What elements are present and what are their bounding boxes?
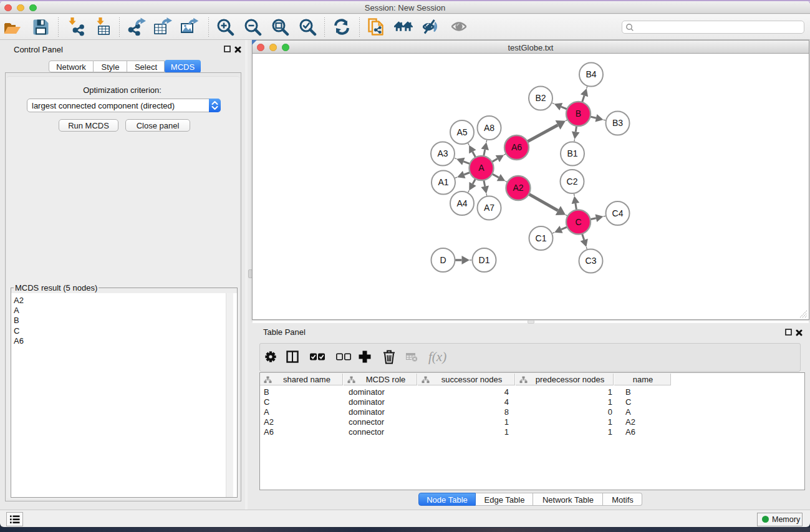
svg-text:B3: B3 bbox=[612, 118, 623, 128]
svg-text:C4: C4 bbox=[612, 208, 624, 218]
svg-text:A4: A4 bbox=[456, 198, 467, 208]
svg-text:A2: A2 bbox=[513, 183, 523, 193]
svg-text:A5: A5 bbox=[456, 127, 467, 137]
svg-text:D1: D1 bbox=[479, 255, 490, 265]
svg-text:C2: C2 bbox=[567, 177, 578, 186]
svg-text:A3: A3 bbox=[437, 148, 448, 158]
svg-text:A8: A8 bbox=[484, 123, 494, 133]
svg-text:B1: B1 bbox=[567, 148, 577, 158]
svg-text:D: D bbox=[440, 255, 446, 265]
svg-text:A: A bbox=[478, 163, 485, 173]
svg-text:B2: B2 bbox=[535, 93, 546, 103]
svg-text:C: C bbox=[575, 217, 581, 227]
svg-text:A6: A6 bbox=[511, 142, 522, 152]
svg-text:B4: B4 bbox=[586, 69, 596, 79]
svg-text:C3: C3 bbox=[586, 256, 597, 266]
svg-text:A7: A7 bbox=[484, 203, 494, 213]
svg-text:A1: A1 bbox=[438, 177, 448, 187]
svg-text:B: B bbox=[576, 109, 581, 118]
svg-text:C1: C1 bbox=[536, 233, 547, 243]
